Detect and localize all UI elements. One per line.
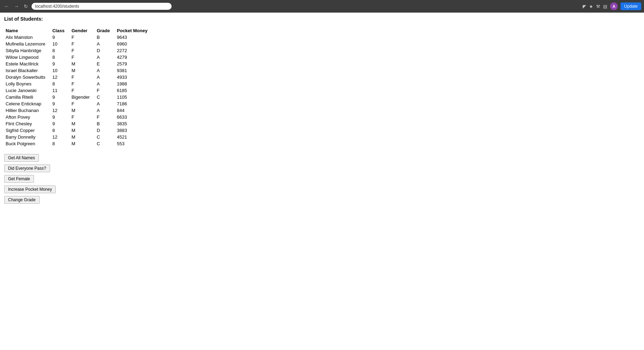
cell-grade: A <box>95 100 116 107</box>
cell-grade: B <box>95 120 116 127</box>
cell-gender: F <box>70 114 95 120</box>
cell-class: 11 <box>51 87 70 94</box>
table-row: Hillier Buchanan12MA844 <box>4 107 153 114</box>
cell-class: 9 <box>51 100 70 107</box>
back-button[interactable]: ← <box>3 3 11 10</box>
cell-name: Alix Mainston <box>4 34 51 41</box>
cell-pocket-money: 2272 <box>116 47 153 54</box>
increase-pocket-money-button[interactable]: Increase Pocket Money <box>4 186 56 193</box>
cell-name: Celene Enticknap <box>4 100 51 107</box>
table-header: Name Class Gender Grade Pocket Money <box>4 27 153 34</box>
cell-pocket-money: 3883 <box>116 127 153 134</box>
change-grade-button[interactable]: Change Grade <box>4 196 40 204</box>
table-row: Wilow Lingwood8FA4279 <box>4 54 153 61</box>
header-class: Class <box>51 27 70 34</box>
cell-gender: M <box>70 127 95 134</box>
table-row: Sibylla Hanbridge8FD2272 <box>4 47 153 54</box>
cell-grade: C <box>95 134 116 140</box>
cell-class: 10 <box>51 67 70 74</box>
cell-grade: B <box>95 34 116 41</box>
cell-gender: M <box>70 140 95 147</box>
cell-gender: F <box>70 47 95 54</box>
browser-chrome: ← → ↻ localhost:4200/students ◤ ★ ⚒ ▤ A … <box>0 0 644 13</box>
cell-name: Lolly Boynes <box>4 80 51 87</box>
cell-name: Afton Povey <box>4 114 51 120</box>
table-row: Israel Blackaller10MA9381 <box>4 67 153 74</box>
browser-right-icons: ◤ ★ ⚒ ▤ A Update <box>583 2 641 10</box>
cell-gender: F <box>70 100 95 107</box>
cell-grade: A <box>95 41 116 47</box>
cell-class: 12 <box>51 107 70 114</box>
cell-class: 8 <box>51 54 70 61</box>
table-row: Lolly Boynes8FA1988 <box>4 80 153 87</box>
cell-name: Sibylla Hanbridge <box>4 47 51 54</box>
table-row: Buck Polgreen8MC553 <box>4 140 153 147</box>
cell-name: Camilla Ritelli <box>4 94 51 100</box>
table-row: Celene Enticknap9FA7186 <box>4 100 153 107</box>
cell-grade: F <box>95 114 116 120</box>
cell-gender: F <box>70 54 95 61</box>
cell-class: 9 <box>51 94 70 100</box>
cell-gender: M <box>70 134 95 140</box>
cell-pocket-money: 6185 <box>116 87 153 94</box>
header-name: Name <box>4 27 51 34</box>
cell-grade: A <box>95 74 116 80</box>
cell-class: 12 <box>51 134 70 140</box>
cell-pocket-money: 3835 <box>116 120 153 127</box>
cell-gender: F <box>70 80 95 87</box>
cell-gender: M <box>70 61 95 67</box>
cell-class: 9 <box>51 61 70 67</box>
cell-name: Barry Donnelly <box>4 134 51 140</box>
cell-name: Flint Chesley <box>4 120 51 127</box>
cell-class: 9 <box>51 114 70 120</box>
address-bar[interactable]: localhost:4200/students <box>32 3 172 10</box>
cell-gender: F <box>70 34 95 41</box>
get-all-names-button[interactable]: Get All Names <box>4 154 39 162</box>
cell-gender: F <box>70 74 95 80</box>
update-button[interactable]: Update <box>621 2 641 10</box>
cell-pocket-money: 6633 <box>116 114 153 120</box>
table-row: Sigfrid Copper8MD3883 <box>4 127 153 134</box>
cell-class: 10 <box>51 41 70 47</box>
cell-name: Hillier Buchanan <box>4 107 51 114</box>
cell-pocket-money: 1988 <box>116 80 153 87</box>
cell-name: Israel Blackaller <box>4 67 51 74</box>
cell-pocket-money: 9381 <box>116 67 153 74</box>
cell-pocket-money: 844 <box>116 107 153 114</box>
cell-pocket-money: 4933 <box>116 74 153 80</box>
cell-pocket-money: 553 <box>116 140 153 147</box>
bookmark-icon: ★ <box>589 4 593 9</box>
cell-class: 8 <box>51 127 70 134</box>
table-row: Barry Donnelly12MC4521 <box>4 134 153 140</box>
table-row: Doralyn Sowerbutts12FA4933 <box>4 74 153 80</box>
avatar: A <box>610 2 618 10</box>
cell-gender: M <box>70 67 95 74</box>
page-title: List of Students: <box>4 16 640 22</box>
cell-grade: F <box>95 87 116 94</box>
header-grade: Grade <box>95 27 116 34</box>
cell-gender: F <box>70 41 95 47</box>
did-everyone-pass-button[interactable]: Did Everyone Pass? <box>4 164 50 172</box>
reload-button[interactable]: ↻ <box>22 3 29 10</box>
cell-pocket-money: 9643 <box>116 34 153 41</box>
header-gender: Gender <box>70 27 95 34</box>
cell-grade: A <box>95 80 116 87</box>
forward-button[interactable]: → <box>13 3 20 10</box>
cell-name: Estele MacIllrick <box>4 61 51 67</box>
get-female-button[interactable]: Get Female <box>4 175 34 183</box>
cell-name: Wilow Lingwood <box>4 54 51 61</box>
table-row: Afton Povey9FF6633 <box>4 114 153 120</box>
cell-grade: D <box>95 47 116 54</box>
cell-pocket-money: 4279 <box>116 54 153 61</box>
cell-name: Doralyn Sowerbutts <box>4 74 51 80</box>
cell-pocket-money: 7186 <box>116 100 153 107</box>
cell-grade: C <box>95 94 116 100</box>
cell-name: Buck Polgreen <box>4 140 51 147</box>
buttons-section: Get All Names Did Everyone Pass? Get Fem… <box>4 154 640 204</box>
cell-gender: Bigender <box>70 94 95 100</box>
header-pocket-money: Pocket Money <box>116 27 153 34</box>
extensions-icon: ⚒ <box>596 4 600 9</box>
cell-class: 12 <box>51 74 70 80</box>
cell-pocket-money: 6960 <box>116 41 153 47</box>
cell-gender: F <box>70 87 95 94</box>
